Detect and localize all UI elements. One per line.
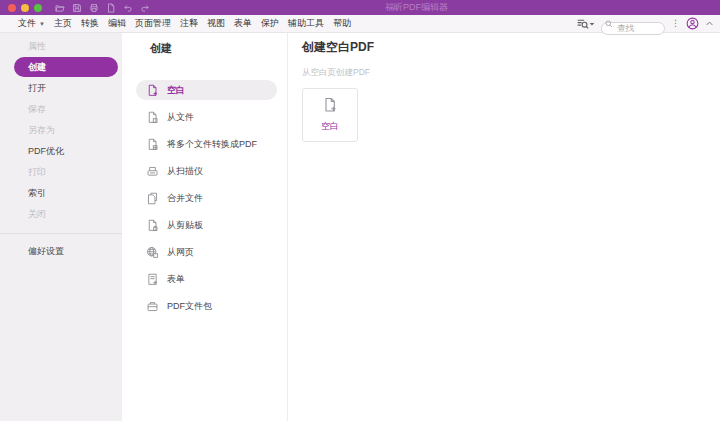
panel-title: 创建空白PDF [302, 39, 720, 56]
from-file-icon [146, 111, 159, 124]
menu-edit[interactable]: 编辑 [108, 17, 126, 30]
create-option-combine-files[interactable]: 合并文件 [136, 188, 277, 208]
more-options-icon[interactable]: ⋮ [671, 17, 680, 30]
create-options-list: 空白 从文件 将多个文件转换成PDF [122, 80, 287, 316]
sidebar-item-save-as: 另存为 [14, 120, 118, 140]
print-icon[interactable] [89, 3, 99, 13]
blank-document-icon [322, 97, 338, 113]
form-icon [146, 273, 159, 286]
sidebar-item-create[interactable]: 创建 [14, 57, 118, 77]
sidebar-item-open[interactable]: 打开 [14, 78, 118, 98]
titlebar: 福昕PDF编辑器 [0, 0, 720, 15]
menubar: 文件 ▼ 主页 转换 编辑 页面管理 注释 视图 表单 保护 辅助工具 帮助 [0, 15, 720, 33]
foxit-pdf-editor-window: 福昕PDF编辑器 文件 ▼ 主页 转换 编辑 页面管理 注释 视图 表单 保护 … [0, 0, 720, 421]
search-icon [605, 20, 613, 28]
menu-view[interactable]: 视图 [207, 17, 225, 30]
menu-protect[interactable]: 保护 [261, 17, 279, 30]
sidebar-item-close: 关闭 [14, 204, 118, 224]
minimize-window-button[interactable] [21, 4, 29, 12]
scanner-icon [146, 165, 159, 178]
undo-icon[interactable] [123, 3, 133, 13]
zoom-window-button[interactable] [34, 4, 42, 12]
sidebar-item-preferences[interactable]: 偏好设置 [14, 241, 118, 261]
open-folder-icon[interactable] [55, 3, 65, 13]
menu-convert[interactable]: 转换 [81, 17, 99, 30]
menu-comment[interactable]: 注释 [180, 17, 198, 30]
create-option-blank[interactable]: 空白 [136, 80, 277, 100]
create-option-from-scanner[interactable]: 从扫描仪 [136, 161, 277, 181]
close-window-button[interactable] [8, 4, 16, 12]
save-icon[interactable] [72, 3, 82, 13]
collapse-toolbar-icon[interactable] [705, 19, 714, 28]
blank-document-icon [146, 84, 159, 97]
create-option-from-clipboard[interactable]: 从剪贴板 [136, 215, 277, 235]
account-icon[interactable] [686, 17, 699, 30]
create-option-pdf-portfolio[interactable]: PDF文件包 [136, 296, 277, 316]
menu-items: 文件 ▼ 主页 转换 编辑 页面管理 注释 视图 表单 保护 辅助工具 帮助 [18, 17, 351, 30]
convert-multiple-files-icon [146, 138, 159, 151]
combine-files-icon [146, 192, 159, 205]
search-box [601, 17, 665, 30]
menu-file[interactable]: 文件 ▼ [18, 17, 45, 30]
sidebar-item-index[interactable]: 索引 [14, 183, 118, 203]
blank-card-label: 空白 [321, 120, 339, 133]
sidebar-item-properties: 属性 [14, 36, 118, 56]
window-title: 福昕PDF编辑器 [385, 0, 448, 15]
chevron-down-icon: ▼ [39, 21, 45, 27]
create-panel: 创建 空白 从文件 [122, 33, 288, 421]
redo-icon[interactable] [140, 3, 150, 13]
create-option-convert-multiple[interactable]: 将多个文件转换成PDF [136, 134, 277, 154]
find-replace-icon[interactable] [576, 17, 595, 30]
menubar-right-controls: ⋮ [576, 17, 714, 30]
create-option-form[interactable]: 表单 [136, 269, 277, 289]
create-option-from-web-page[interactable]: 从网页 [136, 242, 277, 262]
sidebar-item-print: 打印 [14, 162, 118, 182]
menu-page-management[interactable]: 页面管理 [135, 17, 171, 30]
pdf-portfolio-icon [146, 300, 159, 313]
new-document-icon[interactable] [106, 3, 116, 13]
quick-access-toolbar [55, 3, 150, 13]
blank-pdf-card[interactable]: 空白 [302, 88, 358, 142]
file-menu-sidebar: 属性 创建 打开 保存 另存为 PDF优化 打印 索引 关闭 偏好设置 [0, 33, 122, 421]
menu-accessibility-tools[interactable]: 辅助工具 [288, 17, 324, 30]
menu-form[interactable]: 表单 [234, 17, 252, 30]
sidebar-item-save: 保存 [14, 99, 118, 119]
panel-subtitle: 从空白页创建PDF [302, 67, 720, 79]
sidebar-item-pdf-optimize[interactable]: PDF优化 [14, 141, 118, 161]
menu-help[interactable]: 帮助 [333, 17, 351, 30]
create-panel-title: 创建 [150, 41, 287, 56]
sidebar-divider [0, 233, 122, 234]
create-blank-pdf-panel: 创建空白PDF 从空白页创建PDF 空白 [288, 33, 720, 421]
app-body: 属性 创建 打开 保存 另存为 PDF优化 打印 索引 关闭 偏好设置 创建 空… [0, 33, 720, 421]
clipboard-icon [146, 219, 159, 232]
menu-home[interactable]: 主页 [54, 17, 72, 30]
create-option-from-file[interactable]: 从文件 [136, 107, 277, 127]
web-page-icon [146, 246, 159, 259]
